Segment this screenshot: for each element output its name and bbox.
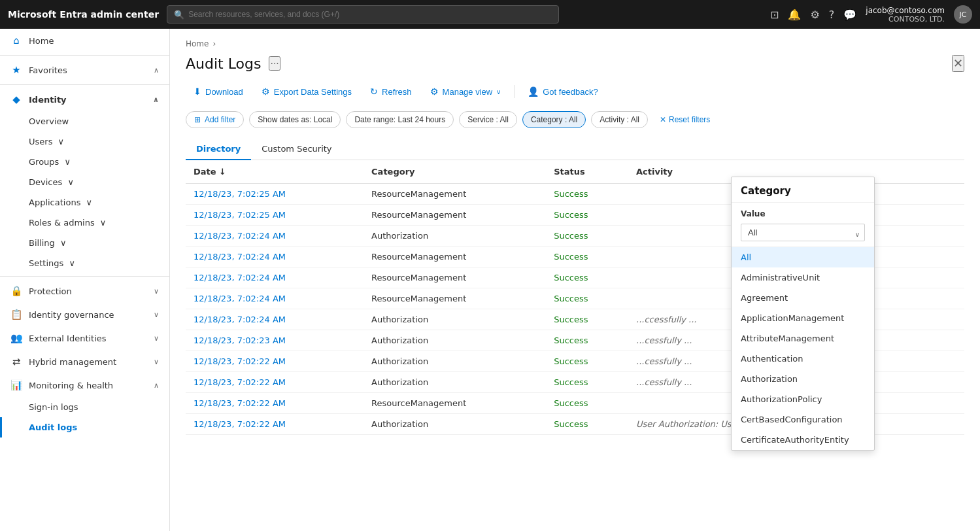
sidebar-item-identity-governance[interactable]: 📋 Identity governance ∨ xyxy=(0,303,169,326)
manage-view-button[interactable]: ⚙ Manage view ∨ xyxy=(422,82,509,101)
category-list-item[interactable]: All xyxy=(732,247,874,267)
cell-date[interactable]: 12/18/23, 7:02:22 AM xyxy=(186,393,363,414)
category-list-item[interactable]: ApplicationManagement xyxy=(732,308,874,328)
cell-date[interactable]: 12/18/23, 7:02:24 AM xyxy=(186,247,363,267)
export-data-button[interactable]: ⚙ Export Data Settings xyxy=(254,82,360,101)
breadcrumb-home[interactable]: Home xyxy=(186,39,209,48)
cell-date[interactable]: 12/18/23, 7:02:23 AM xyxy=(186,330,363,351)
show-dates-button[interactable]: Show dates as: Local xyxy=(249,111,341,128)
user-org: CONTOSO, LTD. xyxy=(888,15,945,24)
category-list-item[interactable]: Agreement xyxy=(732,288,874,308)
sidebar-item-favorites[interactable]: ★ Favorites ∧ xyxy=(0,58,169,82)
sidebar-item-devices[interactable]: Devices ∨ xyxy=(0,172,169,192)
chevron-billing: ∨ xyxy=(60,238,67,248)
sidebar-item-home[interactable]: ⌂ Home xyxy=(0,29,169,52)
sidebar-protection-label: Protection xyxy=(29,286,72,296)
page-menu-button[interactable]: ··· xyxy=(269,56,280,71)
sidebar-hm-label: Hybrid management xyxy=(29,357,116,367)
category-list-item[interactable]: AuthorizationPolicy xyxy=(732,389,874,409)
cell-date[interactable]: 12/18/23, 7:02:24 AM xyxy=(186,288,363,309)
activity-filter-button[interactable]: Activity : All xyxy=(591,111,648,128)
category-list-item[interactable]: CertificateAuthorityEntity xyxy=(732,430,874,450)
sidebar-item-billing[interactable]: Billing ∨ xyxy=(0,233,169,253)
reset-filters-button[interactable]: ✕ Reset filters xyxy=(653,112,717,128)
chevron-devices: ∨ xyxy=(67,177,74,187)
sidebar-item-monitoring[interactable]: 📊 Monitoring & health ∧ xyxy=(0,373,169,397)
date-range-button[interactable]: Date range: Last 24 hours xyxy=(346,111,454,128)
refresh-button[interactable]: ↻ Refresh xyxy=(362,82,420,101)
search-box[interactable]: 🔍 xyxy=(167,5,559,24)
sidebar-item-settings[interactable]: Settings ∨ xyxy=(0,253,169,273)
help-icon[interactable]: ? xyxy=(829,9,835,21)
sidebar-item-applications[interactable]: Applications ∨ xyxy=(0,192,169,213)
category-list-item[interactable]: Authorization xyxy=(732,369,874,389)
cell-date[interactable]: 12/18/23, 7:02:24 AM xyxy=(186,267,363,288)
feedback-icon[interactable]: 💬 xyxy=(843,9,856,21)
col-status[interactable]: Status xyxy=(546,160,628,184)
cell-status: Success xyxy=(546,288,628,309)
cell-date[interactable]: 12/18/23, 7:02:22 AM xyxy=(186,372,363,393)
cell-category: Authorization xyxy=(363,309,546,330)
sidebar-item-sign-in-logs[interactable]: Sign-in logs xyxy=(0,397,169,417)
download-label: Download xyxy=(205,87,243,97)
cell-category: Authorization xyxy=(363,351,546,372)
sidebar-item-hybrid-management[interactable]: ⇄ Hybrid management ∨ xyxy=(0,350,169,373)
feedback-label: Got feedback? xyxy=(543,87,598,97)
sidebar-item-external-identities[interactable]: 👥 External Identities ∨ xyxy=(0,326,169,350)
category-panel-title: Category xyxy=(732,177,874,203)
search-icon: 🔍 xyxy=(174,10,184,20)
sidebar-item-users[interactable]: Users ∨ xyxy=(0,131,169,152)
cell-category: Authorization xyxy=(363,226,546,247)
chevron-applications: ∨ xyxy=(86,197,93,207)
search-input[interactable] xyxy=(188,10,552,19)
cell-date[interactable]: 12/18/23, 7:02:25 AM xyxy=(186,205,363,226)
tab-directory[interactable]: Directory xyxy=(186,139,251,160)
sidebar-item-roles-admins[interactable]: Roles & admins ∨ xyxy=(0,213,169,233)
category-filter-button[interactable]: Category : All xyxy=(522,111,586,128)
sidebar-item-audit-logs[interactable]: Audit logs xyxy=(0,417,169,437)
sidebar-item-protection[interactable]: 🔒 Protection ∨ xyxy=(0,279,169,303)
cell-date[interactable]: 12/18/23, 7:02:25 AM xyxy=(186,184,363,205)
sidebar-favorites-label: Favorites xyxy=(29,65,67,75)
cell-date[interactable]: 12/18/23, 7:02:22 AM xyxy=(186,414,363,435)
chevron-mh: ∧ xyxy=(154,381,159,390)
cell-status: Success xyxy=(546,330,628,351)
tab-custom-security[interactable]: Custom Security xyxy=(251,139,342,160)
sidebar-ei-label: External Identities xyxy=(29,334,107,343)
category-list-item[interactable]: Authentication xyxy=(732,349,874,369)
export-icon: ⚙ xyxy=(262,86,270,97)
sidebar-groups-label: Groups xyxy=(29,157,59,167)
close-button[interactable]: ✕ xyxy=(952,55,964,72)
col-category[interactable]: Category xyxy=(363,160,546,184)
category-select[interactable]: All xyxy=(741,224,865,241)
sidebar-item-groups[interactable]: Groups ∨ xyxy=(0,152,169,172)
settings-icon[interactable]: ⚙ xyxy=(810,9,819,21)
category-list-item[interactable]: CertBasedConfiguration xyxy=(732,409,874,430)
feedback-button[interactable]: 👤 Got feedback? xyxy=(520,82,606,101)
notification-icon[interactable]: 🔔 xyxy=(788,9,801,21)
avatar[interactable]: JC xyxy=(954,5,972,24)
add-filter-button[interactable]: ⊞ Add filter xyxy=(186,111,244,128)
sidebar-item-identity[interactable]: ◆ Identity ∧ xyxy=(0,88,169,111)
download-button[interactable]: ⬇ Download xyxy=(186,82,251,101)
sidebar-ig-label: Identity governance xyxy=(29,310,114,320)
sidebar-item-overview[interactable]: Overview xyxy=(0,111,169,131)
portal-icon[interactable]: ⊡ xyxy=(770,9,779,21)
cell-date[interactable]: 12/18/23, 7:02:24 AM xyxy=(186,309,363,330)
category-list-item[interactable]: AdministrativeUnit xyxy=(732,267,874,288)
cell-date[interactable]: 12/18/23, 7:02:24 AM xyxy=(186,226,363,247)
category-list-item[interactable]: AttributeManagement xyxy=(732,328,874,349)
user-email: jacob@contoso.com xyxy=(866,6,945,15)
cell-date[interactable]: 12/18/23, 7:02:22 AM xyxy=(186,351,363,372)
refresh-label: Refresh xyxy=(382,87,412,97)
col-date[interactable]: Date ↓ xyxy=(186,160,363,184)
service-filter-button[interactable]: Service : All xyxy=(459,111,517,128)
main-layout: ⌂ Home ★ Favorites ∧ ◆ Identity ∧ Overvi… xyxy=(0,29,980,531)
category-panel: Category Value All ∨ AllAdministrativeUn… xyxy=(731,177,875,451)
cell-status: Success xyxy=(546,309,628,330)
app-title: Microsoft Entra admin center xyxy=(8,9,159,20)
topbar-icons: ⊡ 🔔 ⚙ ? 💬 jacob@contoso.com CONTOSO, LTD… xyxy=(770,5,972,24)
reset-icon: ✕ xyxy=(660,115,666,124)
sidebar-signin-label: Sign-in logs xyxy=(29,402,78,412)
home-icon: ⌂ xyxy=(10,35,22,46)
